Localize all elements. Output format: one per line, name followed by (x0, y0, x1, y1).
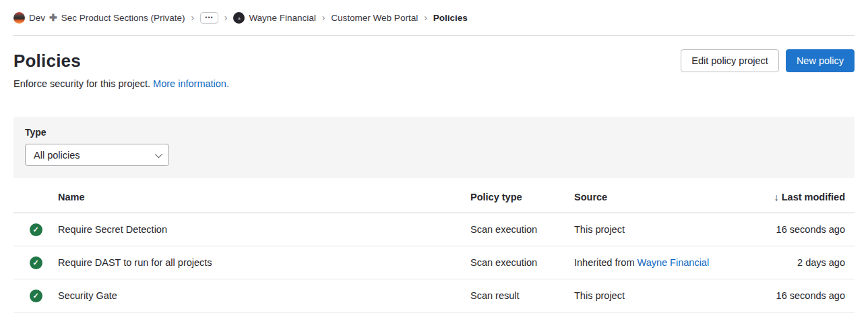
column-header-name: Name (58, 192, 470, 202)
group-name-prefix: Dev (29, 13, 45, 23)
chevron-right-icon: › (224, 12, 228, 23)
policy-type: Scan execution (470, 224, 574, 235)
column-header-source: Source (574, 192, 757, 202)
policy-filter-panel: Type All policies (13, 117, 855, 178)
table-row[interactable]: ✓ Require Secret Detection Scan executio… (13, 213, 855, 246)
policy-name: Security Gate (58, 290, 470, 301)
policy-enabled-check-icon: ✓ (30, 223, 42, 236)
policy-type: Scan execution (470, 257, 574, 268)
policy-type-dropdown[interactable]: All policies (25, 144, 169, 166)
breadcrumb-bar: Dev ✚ Sec Product Sections (Private) › •… (0, 0, 868, 36)
policy-name: Require Secret Detection (58, 224, 470, 235)
page-description: Enforce security for this project. (13, 78, 150, 89)
policy-last-modified: 16 seconds ago (757, 290, 855, 301)
sort-descending-icon: ↓ (774, 192, 778, 202)
policy-source: This project (574, 290, 757, 301)
group-avatar (13, 12, 25, 24)
type-filter-label: Type (25, 127, 843, 138)
project-name: Customer Web Portal (331, 13, 418, 23)
group-name-suffix: Sec Product Sections (Private) (61, 13, 185, 23)
policy-source: This project (574, 224, 757, 235)
new-policy-button[interactable]: New policy (786, 49, 855, 72)
table-row[interactable]: ✓ Require DAST to run for all projects S… (13, 246, 855, 279)
inherited-source-link[interactable]: Wayne Financial (638, 257, 710, 268)
policies-table: Name Policy type Source ↓Last modified ✓… (13, 182, 855, 312)
policy-type: Scan result (470, 290, 574, 301)
breadcrumb-item-project[interactable]: Customer Web Portal (331, 13, 418, 23)
wayne-financial-avatar: ▲ (233, 12, 245, 24)
policy-enabled-check-icon: ✓ (30, 256, 42, 269)
breadcrumb-item-parent-group[interactable]: ▲ Wayne Financial (233, 12, 315, 24)
column-header-policy-type: Policy type (470, 192, 574, 202)
policy-source: Inherited from Wayne Financial (574, 257, 757, 268)
policy-last-modified: 16 seconds ago (757, 224, 855, 235)
more-information-link[interactable]: More information. (153, 78, 229, 89)
table-row[interactable]: ✓ Security Gate Scan result This project… (13, 279, 855, 312)
policy-type-dropdown-value: All policies (34, 150, 80, 161)
policy-enabled-check-icon: ✓ (30, 290, 42, 302)
table-header-row: Name Policy type Source ↓Last modified (13, 182, 855, 213)
chevron-down-icon (155, 150, 162, 157)
breadcrumb-item-group[interactable]: Dev ✚ Sec Product Sections (Private) (13, 12, 185, 24)
chevron-right-icon: › (321, 12, 326, 23)
breadcrumb-ellipsis-button[interactable]: ••• (200, 12, 218, 24)
policy-last-modified: 2 days ago (757, 257, 855, 268)
chevron-right-icon: › (423, 12, 428, 23)
column-header-last-modified[interactable]: ↓Last modified (757, 192, 855, 202)
edit-policy-project-button[interactable]: Edit policy project (681, 49, 779, 72)
chevron-right-icon: › (191, 12, 195, 23)
parent-group-name: Wayne Financial (249, 13, 315, 23)
policy-name: Require DAST to run for all projects (58, 257, 470, 268)
breadcrumb: Dev ✚ Sec Product Sections (Private) › •… (13, 0, 855, 36)
plus-icon: ✚ (49, 12, 57, 23)
page-title: Policies (13, 51, 81, 72)
breadcrumb-item-current: Policies (433, 13, 468, 23)
